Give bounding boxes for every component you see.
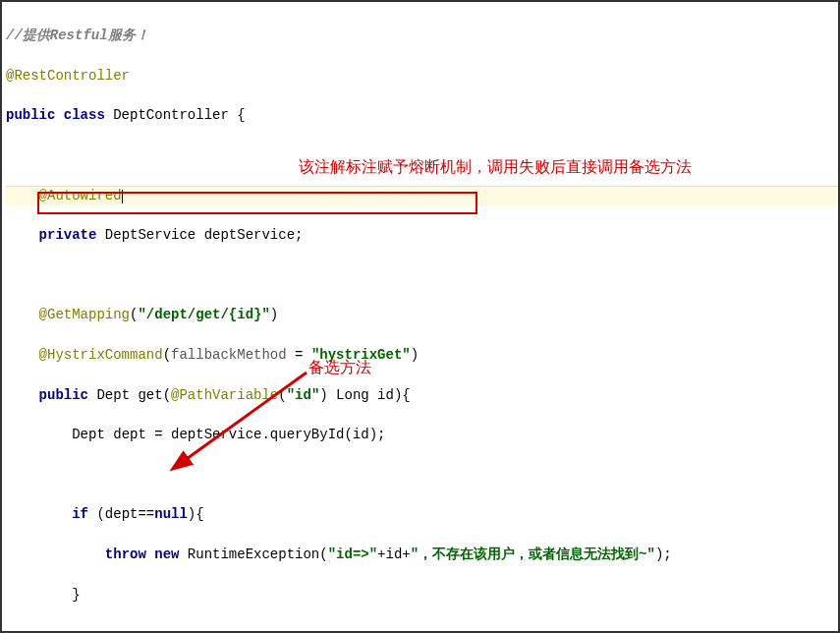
code-line [6, 624, 838, 633]
annotation-restcontroller: @RestController [6, 68, 130, 84]
code-line: } [6, 585, 838, 604]
code-line [6, 465, 838, 485]
code-line [6, 145, 838, 165]
code-line: //提供Restful服务！ [6, 26, 838, 45]
code-line [6, 265, 838, 285]
annotation-autowired: @Autowired [39, 188, 122, 203]
code-line: public Dept get(@PathVariable("id") Long… [6, 385, 838, 405]
code-line: if (dept==null){ [6, 504, 838, 524]
annotation-hystrixcommand: @HystrixCommand [39, 347, 163, 363]
highlighted-line: @Autowired [6, 186, 838, 205]
code-line: @HystrixCommand(fallbackMethod = "hystri… [6, 345, 838, 365]
code-editor[interactable]: //提供Restful服务！ @RestController public cl… [2, 2, 838, 633]
code-line: @RestController [6, 66, 838, 86]
annotation-getmapping: @GetMapping [39, 307, 130, 322]
code-line: public class DeptController { [6, 105, 838, 125]
comment: //提供Restful服务！ [6, 28, 149, 43]
code-line: throw new RuntimeException("id=>"+id+"，不… [6, 545, 838, 564]
code-line: private DeptService deptService; [6, 225, 838, 245]
code-line: @GetMapping("/dept/get/{id}") [6, 305, 838, 324]
text-cursor [122, 190, 123, 203]
code-line: Dept dept = deptService.queryById(id); [6, 425, 838, 444]
